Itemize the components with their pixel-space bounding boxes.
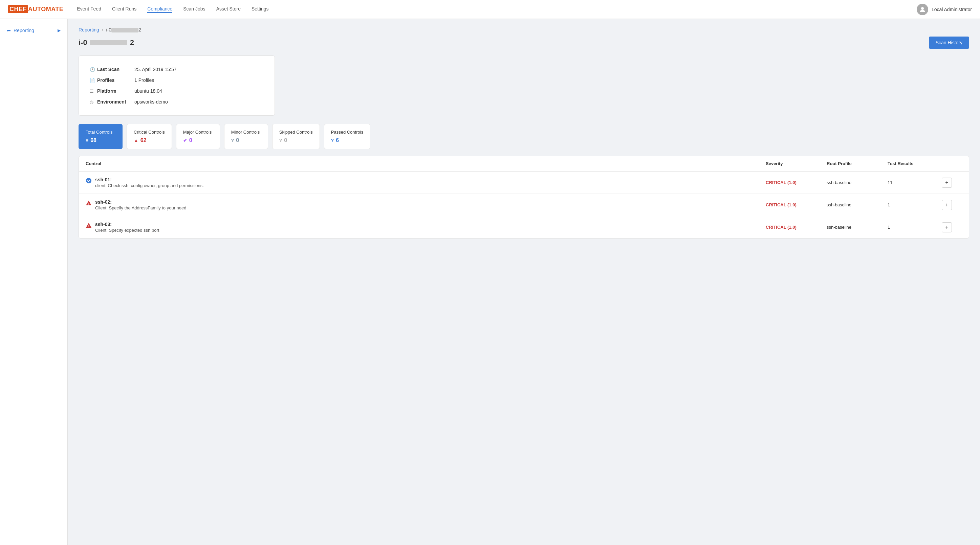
- table-row: ssh-01: client: Check ssh_config owner, …: [79, 172, 969, 194]
- control-desc-ssh02: Client: Specify the AddressFamily to you…: [95, 205, 186, 210]
- skipped-controls-count: ? 0: [279, 137, 313, 143]
- total-count-value: 68: [91, 137, 97, 143]
- question-skipped-icon: ?: [279, 138, 282, 143]
- logo: CHEFAUTOMATE: [8, 6, 63, 13]
- breadcrumb-current: i-02: [106, 27, 141, 32]
- nav-links: Event Feed Client Runs Compliance Scan J…: [77, 6, 917, 13]
- control-info-ssh03: ! ssh-03: Client: Specify expected ssh p…: [86, 222, 766, 233]
- major-count-value: 0: [189, 137, 192, 143]
- profiles-value: 1 Profiles: [134, 78, 154, 83]
- warning-triangle-icon: ▲: [134, 138, 138, 143]
- nav-client-runs[interactable]: Client Runs: [112, 6, 137, 13]
- critical-count-value: 62: [140, 137, 146, 143]
- info-card: 🕐 Last Scan 25. April 2019 15:57 📄 Profi…: [78, 56, 275, 116]
- user-area: Local Administrator: [917, 4, 972, 15]
- severity-ssh03: CRITICAL (1.0): [766, 225, 827, 230]
- table-row: ! ssh-02: Client: Specify the AddressFam…: [79, 194, 969, 216]
- skipped-controls-label: Skipped Controls: [279, 130, 313, 135]
- nav-compliance[interactable]: Compliance: [147, 6, 172, 13]
- expand-button-ssh03[interactable]: +: [942, 222, 952, 232]
- avatar: [917, 4, 928, 15]
- last-scan-label: Last Scan: [97, 67, 134, 72]
- environment-row: ◎ Environment opsworks-demo: [90, 97, 264, 107]
- minor-controls-label: Minor Controls: [231, 130, 261, 135]
- results-ssh02: 1: [888, 202, 942, 207]
- sidebar: ⬅ Reporting ▶: [0, 19, 68, 545]
- nav-scan-jobs[interactable]: Scan Jobs: [183, 6, 205, 13]
- last-scan-value: 25. April 2019 15:57: [134, 67, 177, 72]
- table-row: ! ssh-03: Client: Specify expected ssh p…: [79, 216, 969, 238]
- username: Local Administrator: [932, 7, 972, 12]
- expand-button-ssh02[interactable]: +: [942, 200, 952, 210]
- environment-icon: ◎: [90, 100, 97, 105]
- page-header: i-02 Scan History: [78, 37, 969, 49]
- skipped-controls-card[interactable]: Skipped Controls ? 0: [272, 124, 320, 149]
- sidebar-item-reporting[interactable]: ⬅ Reporting ▶: [0, 24, 67, 37]
- critical-controls-count: ▲ 62: [134, 137, 165, 143]
- list-icon: ≡: [86, 138, 88, 143]
- profile-ssh03: ssh-baseline: [827, 225, 888, 230]
- status-check-icon: [86, 178, 92, 185]
- svg-point-0: [921, 7, 924, 10]
- control-text-ssh02: ssh-02: Client: Specify the AddressFamil…: [95, 199, 186, 210]
- breadcrumb: Reporting › i-02: [78, 27, 969, 32]
- breadcrumb-separator: ›: [102, 27, 103, 32]
- minor-controls-card[interactable]: Minor Controls ? 0: [224, 124, 268, 149]
- logo-chef: CHEF: [8, 5, 28, 13]
- expand-button-ssh01[interactable]: +: [942, 178, 952, 188]
- profiles-label: Profiles: [97, 78, 134, 83]
- critical-controls-label: Critical Controls: [134, 130, 165, 135]
- environment-label: Environment: [97, 99, 134, 105]
- layout: ⬅ Reporting ▶ Reporting › i-02 i-02 Scan…: [0, 19, 980, 545]
- col-test-results: Test Results: [888, 161, 942, 166]
- control-info-ssh01: ssh-01: client: Check ssh_config owner, …: [86, 177, 766, 188]
- platform-icon: ☰: [90, 89, 97, 94]
- control-text-ssh03: ssh-03: Client: Specify expected ssh por…: [95, 222, 159, 233]
- control-text-ssh01: ssh-01: client: Check ssh_config owner, …: [95, 177, 204, 188]
- control-desc-ssh03: Client: Specify expected ssh port: [95, 228, 159, 233]
- col-severity: Severity: [766, 161, 827, 166]
- passed-controls-card[interactable]: Passed Controls ? 6: [324, 124, 370, 149]
- col-root-profile: Root Profile: [827, 161, 888, 166]
- main-content: Reporting › i-02 i-02 Scan History 🕐 Las…: [68, 19, 980, 545]
- clock-icon: 🕐: [90, 67, 97, 72]
- passed-count-value: 6: [336, 137, 339, 143]
- topnav: CHEFAUTOMATE Event Feed Client Runs Comp…: [0, 0, 980, 19]
- control-name-ssh01: ssh-01:: [95, 177, 204, 182]
- platform-row: ☰ Platform ubuntu 18.04: [90, 86, 264, 97]
- total-controls-label: Total Controls: [86, 130, 115, 135]
- passed-controls-count: ? 6: [331, 137, 363, 143]
- platform-label: Platform: [97, 88, 134, 94]
- controls-table: Control Severity Root Profile Test Resul…: [78, 156, 969, 238]
- control-info-ssh02: ! ssh-02: Client: Specify the AddressFam…: [86, 199, 766, 210]
- nav-event-feed[interactable]: Event Feed: [77, 6, 101, 13]
- sidebar-item-label: Reporting: [14, 28, 34, 33]
- total-controls-count: ≡ 68: [86, 137, 115, 143]
- status-warn-icon-ssh03: !: [86, 222, 92, 229]
- platform-value: ubuntu 18.04: [134, 88, 162, 94]
- critical-controls-card[interactable]: Critical Controls ▲ 62: [127, 124, 172, 149]
- skipped-count-value: 0: [284, 137, 287, 143]
- svg-text:!: !: [88, 202, 89, 205]
- minor-controls-count: ? 0: [231, 137, 261, 143]
- severity-ssh01: CRITICAL (1.0): [766, 180, 827, 185]
- status-warn-icon: !: [86, 200, 92, 207]
- scan-history-button[interactable]: Scan History: [929, 37, 969, 49]
- col-control: Control: [86, 161, 766, 166]
- profile-ssh01: ssh-baseline: [827, 180, 888, 185]
- breadcrumb-reporting-link[interactable]: Reporting: [78, 27, 99, 32]
- check-passed-icon: ?: [331, 138, 334, 143]
- environment-value: opsworks-demo: [134, 99, 168, 105]
- major-controls-count: ✔ 0: [183, 137, 213, 143]
- check-circle-major-icon: ✔: [183, 138, 187, 143]
- control-name-ssh02: ssh-02:: [95, 199, 186, 205]
- nav-settings[interactable]: Settings: [251, 6, 269, 13]
- nav-asset-store[interactable]: Asset Store: [216, 6, 241, 13]
- total-controls-card[interactable]: Total Controls ≡ 68: [78, 124, 123, 149]
- controls-bar: Total Controls ≡ 68 Critical Controls ▲ …: [78, 124, 969, 149]
- control-desc-ssh01: client: Check ssh_config owner, group an…: [95, 183, 204, 188]
- last-scan-row: 🕐 Last Scan 25. April 2019 15:57: [90, 64, 264, 75]
- col-expand: [942, 161, 962, 166]
- major-controls-card[interactable]: Major Controls ✔ 0: [176, 124, 220, 149]
- chevron-right-icon: ▶: [57, 28, 60, 33]
